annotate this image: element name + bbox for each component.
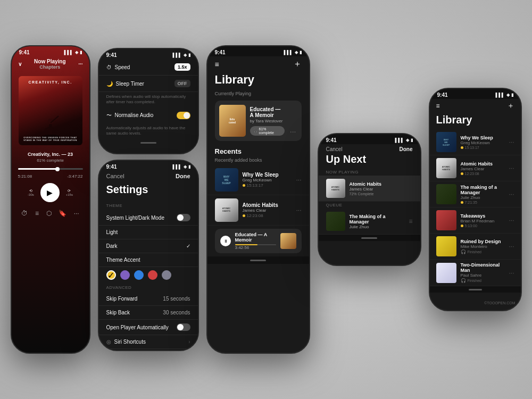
done-button-upnext[interactable]: Done [400, 146, 413, 152]
cancel-button-upnext[interactable]: Cancel [326, 146, 343, 152]
current-book-more-icon[interactable]: ··· [289, 126, 297, 137]
wws-more-icon[interactable]: ··· [296, 176, 301, 184]
system-mode-toggle[interactable] [177, 214, 190, 221]
more-icon[interactable]: ··· [78, 61, 82, 67]
battery-icon-2b: ▮ [188, 164, 190, 169]
speed-badge[interactable]: 1.5x [174, 63, 190, 71]
lli-takeaways-more[interactable]: ··· [509, 217, 514, 224]
lli-atomic-more[interactable]: ··· [509, 164, 514, 172]
mini-pause-button[interactable]: ⏸ [220, 236, 231, 246]
list-item-atomic[interactable]: ATOMICHABITS Atomic Habits James Clear 1… [430, 155, 521, 181]
phone-library-list: 9:41 ▌▌▌ ◈ ▮ ≡ ＋ Library WHYWESLEEP Why … [429, 88, 522, 311]
theme-accent-label: Theme Accent [106, 257, 140, 263]
play-button[interactable]: ▶ [40, 183, 60, 202]
lli-atomic-time: 12:23:08 [465, 172, 479, 176]
list-item-takeaways[interactable]: Takeaways Brian M Friedman 5:13:00 ··· [430, 207, 521, 234]
wifi-icon-2a: ◈ [184, 53, 187, 57]
light-mode-row[interactable]: Light [99, 226, 198, 239]
upnext-manager-cover [326, 212, 345, 231]
theme-section-label: THEME [99, 201, 198, 210]
lli-manager-meta: 7:21:35 [461, 201, 505, 204]
recent-item-atomic-habits[interactable]: ATOMICHABITS Atomic Habits James Clear 1… [207, 195, 309, 226]
skip-back-button[interactable]: ⟲ -30s [28, 189, 34, 196]
sleep-timer-badge[interactable]: OFF [174, 80, 190, 87]
np-book-title: Creativity, Inc. — 23 [18, 152, 83, 157]
list-item-manager[interactable]: The making of a Manager Julie Zhuo 7:21:… [430, 181, 521, 207]
signal-icon: ▌▌▌ [64, 50, 73, 55]
status-bar-4: 9:41 ▌▌▌ ◈ ▮ [319, 134, 420, 144]
chapters-icon[interactable]: ≡ [35, 210, 39, 217]
settings-header: Cancel Done [99, 171, 198, 184]
chevron-down-icon[interactable]: ∨ [18, 61, 22, 67]
lli-ruined-info: Ruined by Design Mike Monteiro 🎧 Finishe… [461, 239, 505, 254]
lli-wws-author: Greg McKeown [461, 140, 505, 145]
lli-2dman-cover [436, 263, 456, 283]
status-bar-5: 9:41 ▌▌▌ ◈ ▮ [430, 89, 521, 99]
advanced-section-label: ADVANCED [99, 283, 198, 292]
siri-shortcuts-row[interactable]: ◎ Siri Shortcuts › [99, 335, 198, 349]
lli-atomic-author: James Clear [461, 167, 505, 171]
color-yellow[interactable]: ✓ [106, 270, 116, 280]
battery-icon-3: ▮ [300, 50, 302, 55]
cancel-button-settings[interactable]: Cancel [106, 173, 124, 179]
upnext-now-playing-item: ATOMICHABITS Atomic Habits James Clear 7… [319, 176, 420, 202]
liblist-menu-icon[interactable]: ≡ [436, 102, 440, 110]
signal-icon-5: ▌▌▌ [495, 93, 504, 97]
lli-wws-more[interactable]: ··· [509, 138, 514, 146]
headphone-finished-icon-2: 🎧 [461, 278, 466, 283]
battery-icon: ▮ [80, 50, 82, 55]
lli-manager-more[interactable]: ··· [509, 190, 514, 198]
lli-ruined-more[interactable]: ··· [509, 243, 514, 250]
list-item-wws[interactable]: WHYWESLEEP Why We Sleep Greg McKeown 15:… [430, 129, 521, 155]
battery-icon-4: ▮ [411, 138, 413, 143]
upnext-manager-info: The Making of a Manager Julie Zhuo [350, 214, 405, 229]
mini-player-info: Educated — A Memoir 3:42:56 [235, 232, 276, 250]
speed-icon: ⏱ [106, 64, 112, 70]
chapters-label[interactable]: Chapters [34, 64, 65, 70]
currently-playing-card[interactable]: Educated Educated — A Memoir by Tara Wes… [215, 101, 302, 141]
airplay-icon[interactable]: ⬡ [46, 210, 52, 217]
color-blue[interactable] [134, 270, 144, 280]
timer-icon[interactable]: ⏱ [21, 210, 28, 217]
mini-player[interactable]: ⏸ Educated — A Memoir 3:42:56 [215, 229, 302, 253]
open-player-toggle[interactable] [177, 323, 190, 331]
status-time-4: 9:41 [326, 137, 337, 143]
upnext-title: Up Next [319, 153, 420, 169]
bookmark-icon[interactable]: 🔖 [59, 210, 66, 217]
drag-handle-icon[interactable]: ≡ [409, 218, 412, 225]
ah-more-icon[interactable]: ··· [296, 206, 301, 214]
lli-2dman-meta: 🎧 Finished [461, 278, 505, 283]
color-red[interactable] [148, 270, 157, 280]
menu-icon[interactable]: ≡ [215, 60, 219, 69]
color-gray[interactable] [162, 270, 171, 280]
add-icon[interactable]: ＋ [293, 59, 302, 70]
color-purple[interactable] [120, 270, 130, 280]
done-button-settings[interactable]: Done [176, 173, 190, 179]
more-options-icon[interactable]: ··· [74, 210, 79, 217]
normalise-toggle[interactable] [177, 112, 190, 119]
normalise-desc: Automatically adjusts all audio to have … [99, 123, 198, 139]
time-remaining: -3:47:22 [67, 174, 82, 179]
headphone-finished-icon: 🎧 [461, 250, 466, 254]
book-cover: CREATIVITY, INC. OVERCOMING THE UNSEEN F… [19, 76, 82, 145]
dark-mode-row[interactable]: Dark ✓ [99, 239, 198, 253]
lli-2dman-more[interactable]: ··· [509, 269, 514, 277]
system-mode-label: System Light/Dark Mode [106, 215, 165, 221]
liblist-add-icon[interactable]: ＋ [507, 101, 514, 111]
signal-icon-4: ▌▌▌ [395, 138, 404, 143]
now-playing-section-label: NOW PLAYING [319, 169, 420, 176]
list-item-ruined[interactable]: Ruined by Design Mike Monteiro 🎧 Finishe… [430, 234, 521, 260]
ah-time: 12:23:08 [243, 213, 292, 218]
status-time-3: 9:41 [215, 49, 226, 55]
skip-back-row[interactable]: Skip Back 30 seconds [99, 306, 198, 320]
current-book-author: by Tara Westover [250, 119, 285, 123]
sleep-timer-desc: Defines when audio will stop automatical… [99, 92, 198, 107]
recent-item-why-we-sleep[interactable]: WHYWESLEEP Why We Sleep Greg McKeown 15:… [207, 165, 309, 195]
lli-manager-info: The making of a Manager Julie Zhuo 7:21:… [461, 185, 505, 204]
list-item-2dman[interactable]: Two-Dimensional Man Paul Sahre 🎧 Finishe… [430, 260, 521, 286]
open-player-row: Open Player Automatically [99, 320, 198, 335]
skip-forward-row[interactable]: Skip Forward 15 seconds [99, 292, 198, 306]
np-progress-bar[interactable] [18, 168, 83, 170]
skip-forward-button[interactable]: ⟳ +15s [66, 189, 73, 196]
home-indicator-3 [250, 260, 266, 261]
